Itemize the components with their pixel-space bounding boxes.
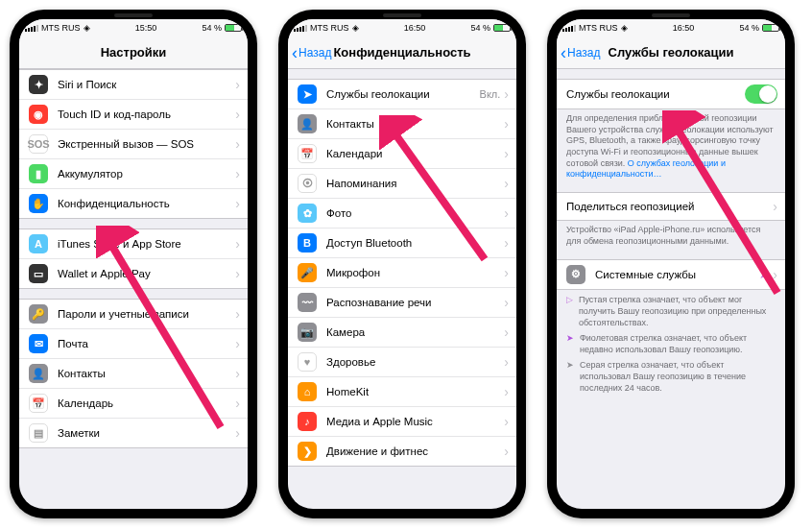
media-icon: ♪ bbox=[298, 412, 317, 431]
toggle-switch[interactable] bbox=[745, 84, 777, 104]
chevron-right-icon: › bbox=[773, 199, 777, 214]
signal-icon bbox=[25, 25, 38, 32]
chevron-right-icon: › bbox=[504, 235, 509, 251]
chevron-right-icon: › bbox=[235, 77, 240, 92]
row-label: Напоминания bbox=[326, 178, 504, 189]
homekit-icon: ⌂ bbox=[298, 382, 317, 401]
back-button[interactable]: ‹Назад bbox=[292, 36, 331, 68]
navbar-title: Настройки bbox=[101, 45, 167, 60]
share-location-row[interactable]: Поделиться геопозицией › bbox=[557, 192, 785, 221]
settings-row-health[interactable]: ♥Здоровье› bbox=[288, 347, 516, 376]
chevron-right-icon: › bbox=[235, 136, 240, 152]
settings-row-passwords[interactable]: 🔑Пароли и учетные записи› bbox=[19, 299, 248, 328]
time-label: 15:50 bbox=[135, 23, 157, 33]
chevron-right-icon: › bbox=[504, 265, 509, 280]
footnote-description: Для определения приблизительной геопозиц… bbox=[557, 109, 785, 182]
settings-row-notes[interactable]: ▤Заметки› bbox=[19, 418, 248, 448]
legend-row: ➤Серая стрелка означает, что объект испо… bbox=[566, 359, 776, 394]
location-content[interactable]: Службы геолокации Для определения прибли… bbox=[557, 69, 785, 509]
time-label: 16:50 bbox=[673, 23, 695, 33]
settings-row-photos[interactable]: ✿Фото› bbox=[288, 198, 516, 228]
contacts-icon: 👤 bbox=[29, 364, 48, 383]
row-label: Календарь bbox=[58, 397, 235, 409]
back-button[interactable]: ‹Назад bbox=[561, 36, 600, 68]
settings-row-calendar2[interactable]: 📅Календари› bbox=[288, 138, 516, 168]
settings-row-media[interactable]: ♪Медиа и Apple Music› bbox=[288, 406, 516, 436]
status-bar: MTS RUS ◈ 16:50 54 % bbox=[288, 19, 516, 36]
chevron-right-icon: › bbox=[504, 414, 509, 429]
location-icon: ➤ bbox=[298, 84, 317, 104]
row-label: HomeKit bbox=[326, 386, 504, 397]
battery-pct: 54 % bbox=[739, 23, 759, 33]
chevron-right-icon: › bbox=[235, 336, 240, 351]
settings-row-camera[interactable]: 📷Камера› bbox=[288, 317, 516, 347]
system-services-row[interactable]: ⚙ Системные службы ➤ › bbox=[557, 259, 785, 290]
chevron-right-icon: › bbox=[504, 384, 509, 399]
battery-icon bbox=[225, 24, 242, 32]
settings-row-contacts[interactable]: 👤Контакты› bbox=[19, 358, 248, 388]
contacts2-icon: 👤 bbox=[298, 114, 317, 133]
chevron-right-icon: › bbox=[504, 205, 509, 221]
settings-row-touchid[interactable]: ◉Touch ID и код-пароль› bbox=[19, 99, 248, 129]
row-label: Контакты bbox=[326, 118, 504, 130]
group-apps: 🔑Пароли и учетные записи›✉Почта›👤Контакт… bbox=[19, 299, 248, 448]
back-label: Назад bbox=[567, 46, 600, 60]
reminders-icon: ⦿ bbox=[298, 174, 317, 193]
toggle-label: Службы геолокации bbox=[566, 88, 745, 100]
gear-icon: ⚙ bbox=[566, 265, 585, 284]
row-label: Конфиденциальность bbox=[58, 198, 235, 209]
chevron-right-icon: › bbox=[504, 325, 509, 340]
camera-icon: 📷 bbox=[298, 323, 317, 342]
chevron-right-icon: › bbox=[235, 306, 240, 322]
screen-3: MTS RUS ◈ 16:50 54 % ‹Назад Службы геоло… bbox=[557, 19, 785, 509]
row-label: Календари bbox=[326, 148, 504, 159]
settings-list[interactable]: ✦Siri и Поиск›◉Touch ID и код-пароль›SOS… bbox=[19, 69, 248, 509]
status-bar: MTS RUS ◈ 15:50 54 % bbox=[19, 19, 248, 36]
settings-row-appstore[interactable]: AiTunes Store и App Store› bbox=[19, 228, 248, 258]
settings-row-siri[interactable]: ✦Siri и Поиск› bbox=[19, 69, 248, 99]
speaker-slot bbox=[114, 13, 153, 17]
row-label: Движение и фитнес bbox=[326, 445, 504, 457]
screen-1: MTS RUS ◈ 15:50 54 % Настройки ✦Siri и П… bbox=[19, 19, 248, 509]
settings-row-sos[interactable]: SOSЭкстренный вызов — SOS› bbox=[19, 129, 248, 158]
settings-row-location[interactable]: ➤Службы геолокацииВкл.› bbox=[288, 79, 516, 108]
mic-icon: 🎤 bbox=[298, 263, 317, 282]
row-detail: Вкл. bbox=[480, 88, 501, 100]
share-label: Поделиться геопозицией bbox=[566, 201, 773, 212]
location-indicator-icon: ➤ bbox=[759, 268, 769, 281]
health-icon: ♥ bbox=[298, 352, 317, 372]
legend-arrow-icon: ▷ bbox=[566, 294, 573, 328]
location-services-toggle-row[interactable]: Службы геолокации bbox=[557, 79, 785, 109]
calendar-icon: 📅 bbox=[29, 394, 48, 413]
settings-row-speech[interactable]: 〰Распознавание речи› bbox=[288, 287, 516, 317]
settings-row-mic[interactable]: 🎤Микрофон› bbox=[288, 257, 516, 287]
row-label: Распознавание речи bbox=[326, 297, 504, 308]
row-label: Камера bbox=[326, 326, 504, 338]
siri-icon: ✦ bbox=[29, 75, 48, 94]
settings-row-wallet[interactable]: ▭Wallet и Apple Pay› bbox=[19, 258, 248, 289]
privacy-list[interactable]: ➤Службы геолокацииВкл.›👤Контакты›📅Календ… bbox=[288, 69, 516, 509]
settings-row-motion[interactable]: ❯Движение и фитнес› bbox=[288, 436, 516, 467]
group-privacy: ➤Службы геолокацииВкл.›👤Контакты›📅Календ… bbox=[288, 79, 516, 467]
settings-row-reminders[interactable]: ⦿Напоминания› bbox=[288, 168, 516, 198]
time-label: 16:50 bbox=[404, 23, 426, 33]
settings-row-contacts2[interactable]: 👤Контакты› bbox=[288, 108, 516, 138]
chevron-right-icon: › bbox=[235, 366, 240, 381]
navbar: Настройки bbox=[19, 36, 248, 69]
screen-2: MTS RUS ◈ 16:50 54 % ‹Назад Конфиденциал… bbox=[288, 19, 516, 509]
legend-row: ▷Пустая стрелка означает, что объект мог… bbox=[566, 294, 776, 328]
settings-row-homekit[interactable]: ⌂HomeKit› bbox=[288, 376, 516, 406]
settings-row-bluetooth[interactable]: BДоступ Bluetooth› bbox=[288, 228, 516, 257]
row-label: iTunes Store и App Store bbox=[58, 238, 235, 250]
row-label: Доступ Bluetooth bbox=[326, 237, 504, 249]
settings-row-privacy[interactable]: ✋Конфиденциальность› bbox=[19, 188, 248, 219]
group-store: AiTunes Store и App Store›▭Wallet и Appl… bbox=[19, 228, 248, 289]
calendar2-icon: 📅 bbox=[298, 144, 317, 163]
group-system: ⚙ Системные службы ➤ › bbox=[557, 259, 785, 290]
settings-row-battery[interactable]: ▮Аккумулятор› bbox=[19, 158, 248, 188]
mail-icon: ✉ bbox=[29, 334, 48, 353]
wallet-icon: ▭ bbox=[29, 264, 48, 283]
row-label: Заметки bbox=[58, 427, 235, 439]
settings-row-calendar[interactable]: 📅Календарь› bbox=[19, 388, 248, 418]
settings-row-mail[interactable]: ✉Почта› bbox=[19, 328, 248, 358]
